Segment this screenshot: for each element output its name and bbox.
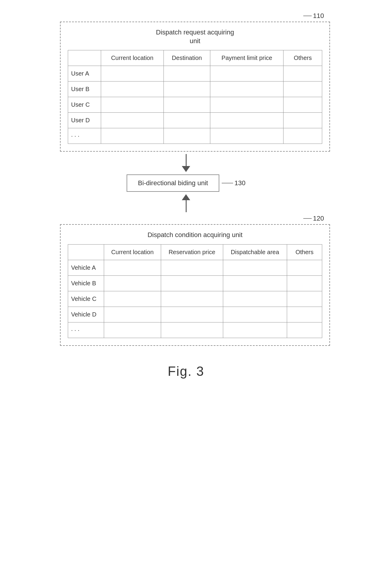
cell bbox=[287, 322, 322, 338]
ref-120-line bbox=[303, 216, 312, 221]
table-row: Vehicle B bbox=[68, 275, 322, 291]
row-label: User C bbox=[68, 97, 101, 113]
arrow-line-down bbox=[186, 154, 187, 166]
cell bbox=[287, 260, 322, 275]
bottom-col-0 bbox=[68, 244, 104, 260]
table-row: User D bbox=[68, 113, 322, 128]
cell bbox=[104, 260, 161, 275]
bottom-unit-table: Current location Reservation price Dispa… bbox=[68, 244, 322, 338]
row-label: · · · bbox=[68, 128, 101, 144]
cell bbox=[223, 307, 287, 322]
top-col-0 bbox=[68, 50, 101, 66]
top-col-3: Payment limit price bbox=[210, 50, 284, 66]
table-row: User B bbox=[68, 82, 322, 97]
cell bbox=[161, 307, 223, 322]
cell bbox=[210, 97, 284, 113]
cell bbox=[210, 128, 284, 144]
bottom-col-2: Reservation price bbox=[161, 244, 223, 260]
cell bbox=[284, 128, 322, 144]
cell bbox=[161, 291, 223, 307]
cell bbox=[287, 275, 322, 291]
cell bbox=[101, 113, 164, 128]
row-label: User A bbox=[68, 66, 101, 82]
cell bbox=[104, 291, 161, 307]
cell bbox=[287, 307, 322, 322]
cell bbox=[284, 66, 322, 82]
bidding-unit-wrapper: Bi-directional biding unit 130 bbox=[127, 174, 245, 192]
cell bbox=[164, 97, 210, 113]
cell bbox=[161, 260, 223, 275]
top-unit-table: Current location Destination Payment lim… bbox=[68, 50, 322, 144]
cell bbox=[223, 322, 287, 338]
top-col-4: Others bbox=[284, 50, 322, 66]
cell bbox=[101, 82, 164, 97]
bottom-col-1: Current location bbox=[104, 244, 161, 260]
table-row: Vehicle D bbox=[68, 307, 322, 322]
top-unit-box: Dispatch request acquiring unit Current … bbox=[60, 22, 330, 152]
row-label: Vehicle C bbox=[68, 291, 104, 307]
row-label: · · · bbox=[68, 322, 104, 338]
table-row: Vehicle C bbox=[68, 291, 322, 307]
diagram-container: 110 Dispatch request acquiring unit Curr… bbox=[18, 12, 354, 379]
cell bbox=[104, 322, 161, 338]
cell bbox=[210, 66, 284, 82]
arrow-down-icon bbox=[182, 166, 190, 172]
cell bbox=[284, 113, 322, 128]
table-row: · · · bbox=[68, 128, 322, 144]
top-col-2: Destination bbox=[164, 50, 210, 66]
ref-130-line bbox=[222, 181, 234, 185]
cell bbox=[210, 82, 284, 97]
ref-130: 130 bbox=[234, 179, 245, 187]
cell bbox=[164, 82, 210, 97]
row-label: User D bbox=[68, 113, 101, 128]
cell bbox=[161, 322, 223, 338]
bidding-unit-box: Bi-directional biding unit bbox=[127, 174, 220, 192]
top-col-1: Current location bbox=[101, 50, 164, 66]
cell bbox=[161, 275, 223, 291]
arrow-down-section bbox=[182, 154, 190, 172]
cell bbox=[101, 66, 164, 82]
cell bbox=[223, 291, 287, 307]
cell bbox=[104, 307, 161, 322]
arrow-line-up bbox=[186, 200, 187, 212]
cell bbox=[164, 113, 210, 128]
bottom-unit-title: Dispatch condition acquiring unit bbox=[68, 231, 322, 239]
table-row: Vehicle A bbox=[68, 260, 322, 275]
bottom-col-3: Dispatchable area bbox=[223, 244, 287, 260]
top-table-header-row: Current location Destination Payment lim… bbox=[68, 50, 322, 66]
table-row: User C bbox=[68, 97, 322, 113]
cell bbox=[104, 275, 161, 291]
figure-label: Fig. 3 bbox=[168, 364, 204, 379]
ref-110-line bbox=[303, 14, 312, 18]
ref-110: 110 bbox=[313, 12, 324, 20]
cell bbox=[164, 66, 210, 82]
row-label: User B bbox=[68, 82, 101, 97]
row-label: Vehicle A bbox=[68, 260, 104, 275]
arrow-up-section bbox=[182, 194, 190, 212]
row-label: Vehicle B bbox=[68, 275, 104, 291]
cell bbox=[223, 260, 287, 275]
bidding-unit-label: Bi-directional biding unit bbox=[138, 179, 208, 187]
cell bbox=[101, 97, 164, 113]
bottom-col-4: Others bbox=[287, 244, 322, 260]
cell bbox=[284, 97, 322, 113]
row-label: Vehicle D bbox=[68, 307, 104, 322]
table-row: User A bbox=[68, 66, 322, 82]
cell bbox=[210, 113, 284, 128]
bottom-table-header-row: Current location Reservation price Dispa… bbox=[68, 244, 322, 260]
arrow-up-icon bbox=[182, 194, 190, 200]
bottom-unit-box: Dispatch condition acquiring unit Curren… bbox=[60, 224, 330, 346]
cell bbox=[223, 275, 287, 291]
table-row: · · · bbox=[68, 322, 322, 338]
cell bbox=[284, 82, 322, 97]
cell bbox=[164, 128, 210, 144]
cell bbox=[287, 291, 322, 307]
ref-120: 120 bbox=[313, 215, 324, 222]
cell bbox=[101, 128, 164, 144]
top-unit-title: Dispatch request acquiring unit bbox=[68, 28, 322, 45]
